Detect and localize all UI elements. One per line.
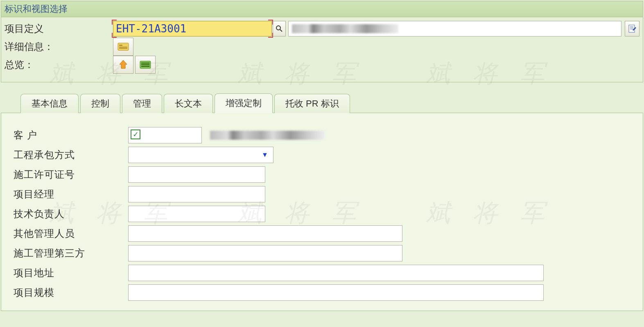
hierarchy-icon bbox=[117, 59, 129, 71]
redacted-text bbox=[292, 24, 398, 33]
pm-input[interactable] bbox=[128, 186, 265, 202]
svg-rect-8 bbox=[119, 47, 127, 48]
tab-content-enhance: 客 户 ✓ 工程承包方式 ▼ 施工许可证号 项目经理 技术负责人 其他管理人员 bbox=[1, 113, 643, 311]
overview-list-button[interactable] bbox=[135, 56, 156, 74]
tech-lead-input[interactable] bbox=[128, 206, 265, 222]
project-def-label: 项目定义 bbox=[5, 22, 113, 35]
svg-rect-12 bbox=[141, 64, 149, 65]
chevron-down-icon: ▼ bbox=[257, 147, 273, 163]
permit-no-label: 施工许可证号 bbox=[14, 168, 128, 181]
customer-input[interactable] bbox=[128, 127, 202, 143]
scale-input[interactable] bbox=[128, 284, 544, 301]
list-card-icon bbox=[139, 59, 151, 70]
svg-rect-7 bbox=[119, 45, 122, 46]
required-marker-icon bbox=[112, 33, 117, 38]
svg-line-1 bbox=[280, 30, 282, 32]
address-input[interactable] bbox=[128, 265, 544, 281]
panel-title: 标识和视图选择 bbox=[1, 1, 643, 17]
svg-rect-13 bbox=[141, 66, 149, 67]
pm-label: 项目经理 bbox=[14, 188, 128, 201]
required-marker-icon bbox=[268, 20, 273, 25]
overview-hierarchy-button[interactable] bbox=[113, 56, 133, 74]
edit-description-button[interactable] bbox=[625, 21, 639, 36]
identification-panel: 标识和视图选择 项目定义 bbox=[1, 1, 643, 82]
permit-no-input[interactable] bbox=[128, 166, 265, 183]
svg-point-0 bbox=[276, 26, 280, 30]
svg-rect-9 bbox=[119, 48, 127, 49]
detail-label: 详细信息： bbox=[5, 40, 113, 53]
tab-longtext[interactable]: 长文本 bbox=[164, 94, 213, 113]
svg-rect-11 bbox=[141, 63, 149, 64]
scale-label: 项目规模 bbox=[14, 286, 128, 299]
third-party-label: 施工管理第三方 bbox=[14, 247, 128, 260]
tab-manage[interactable]: 管理 bbox=[122, 94, 162, 113]
customer-label: 客 户 bbox=[14, 129, 128, 142]
search-icon bbox=[276, 25, 283, 32]
required-marker-icon bbox=[268, 33, 273, 38]
other-mgmt-label: 其他管理人员 bbox=[14, 227, 128, 240]
contract-type-dropdown[interactable]: ▼ bbox=[128, 147, 273, 163]
search-help-button[interactable] bbox=[273, 21, 286, 36]
required-marker-icon bbox=[112, 20, 117, 25]
tab-enhance-custom[interactable]: 增强定制 bbox=[215, 93, 273, 113]
tab-basic-info[interactable]: 基本信息 bbox=[20, 94, 79, 113]
project-def-input[interactable] bbox=[113, 21, 272, 36]
document-edit-icon bbox=[628, 24, 637, 33]
contract-type-label: 工程承包方式 bbox=[14, 148, 128, 161]
address-label: 项目地址 bbox=[14, 266, 128, 279]
overview-label: 总览： bbox=[5, 58, 113, 71]
tab-strip: 基本信息 控制 管理 长文本 增强定制 托收 PR 标识 bbox=[20, 95, 644, 113]
svg-rect-2 bbox=[629, 25, 635, 32]
customer-description bbox=[210, 131, 325, 140]
third-party-input[interactable] bbox=[128, 245, 402, 261]
other-mgmt-input[interactable] bbox=[128, 225, 402, 242]
tab-pr-indicator[interactable]: 托收 PR 标识 bbox=[274, 94, 350, 113]
detail-view-button[interactable] bbox=[113, 38, 133, 56]
project-description-output bbox=[288, 21, 621, 36]
redacted-text bbox=[210, 131, 325, 140]
tab-control[interactable]: 控制 bbox=[80, 94, 120, 113]
detail-card-icon bbox=[117, 41, 129, 52]
tech-lead-label: 技术负责人 bbox=[14, 207, 128, 220]
